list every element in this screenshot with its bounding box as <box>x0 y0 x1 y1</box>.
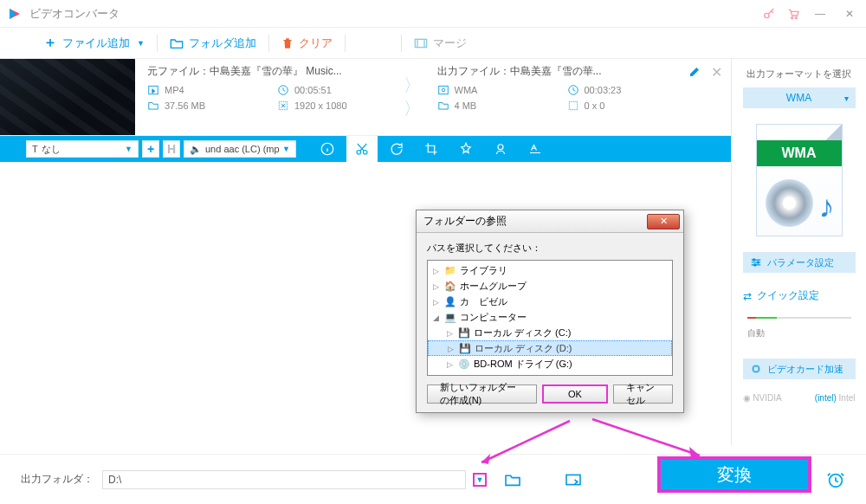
app-title: ビデオコンバータ <box>29 6 120 22</box>
edit-icon[interactable] <box>688 64 702 78</box>
new-folder-button[interactable]: 新しいフォルダーの作成(N) <box>427 384 537 404</box>
alarm-icon[interactable] <box>826 470 845 489</box>
music-note-icon: ♪ <box>819 189 835 225</box>
clock-icon <box>567 84 579 96</box>
dialog-prompt: パスを選択してください： <box>427 242 673 255</box>
media-item: 元ファイル：中島美嘉『雪の華』 Music... MP4 00:05:51 37… <box>0 59 731 136</box>
subtitle-icon[interactable] <box>520 136 551 162</box>
folder-icon <box>437 100 449 112</box>
arrow-right-icon: 〉 <box>404 74 421 97</box>
svg-rect-10 <box>569 101 577 109</box>
tree-item[interactable]: ◢💻コンピューター <box>428 309 672 325</box>
convert-button[interactable]: 変換 <box>658 457 811 492</box>
gpu-vendors: ◉ NVIDIA (intel) Intel <box>743 393 856 403</box>
add-folder-button[interactable]: フォルダ追加 <box>170 36 256 51</box>
output-title: 出力ファイル：中島美嘉『雪の華... <box>437 64 677 79</box>
plus-icon: ＋ <box>43 34 57 52</box>
tree-item[interactable]: ▷👤カ ビゼル <box>428 294 672 309</box>
tree-item[interactable]: ▷💿BD-ROM ドライブ (G:) <box>428 356 672 372</box>
disc-icon <box>766 179 813 227</box>
add-file-button[interactable]: ＋ ファイル追加▼ <box>43 34 145 52</box>
quick-settings-label: ⇄クイック設定 <box>743 288 856 303</box>
clock-icon <box>277 84 289 96</box>
chip-icon <box>750 364 762 374</box>
params-button[interactable]: パラメータ設定 <box>743 252 856 273</box>
merge-button[interactable]: マージ <box>414 36 467 51</box>
key-icon[interactable] <box>762 7 776 21</box>
minimize-button[interactable]: — <box>811 4 830 23</box>
format-select-label: 出力フォーマットを選択 <box>746 68 851 81</box>
clear-button[interactable]: クリア <box>281 36 333 51</box>
edit-toolbar: Tなし▼ + H 🔈und aac (LC) (mp▼ <box>0 136 731 162</box>
svg-point-0 <box>765 13 769 17</box>
resolution-icon <box>567 100 579 112</box>
cart-icon[interactable] <box>786 7 800 21</box>
svg-rect-18 <box>753 366 759 372</box>
ok-button[interactable]: OK <box>542 384 608 404</box>
folder-icon <box>147 100 159 112</box>
tree-item[interactable]: ▷📁ライブラリ <box>428 262 672 278</box>
tree-item[interactable]: ▷🏠ホームグループ <box>428 278 672 294</box>
svg-rect-19 <box>566 475 580 484</box>
tree-item-selected[interactable]: ▷💾ローカル ディスク (D:) <box>428 340 672 356</box>
format-preview[interactable]: WMA ♪ <box>756 124 843 236</box>
remove-item-icon[interactable]: ✕ <box>711 64 722 81</box>
cancel-button[interactable]: キャンセル <box>613 384 673 404</box>
watermark-icon[interactable] <box>485 136 516 162</box>
format-icon <box>147 84 159 96</box>
subtitle-select[interactable]: Tなし▼ <box>26 140 139 158</box>
app-logo-icon <box>7 6 23 22</box>
svg-point-16 <box>757 262 759 263</box>
sliders-icon <box>750 257 762 268</box>
crop-icon[interactable] <box>416 136 447 162</box>
audio-format-icon <box>437 84 449 96</box>
gpu-accel-button[interactable]: ビデオカード加速 <box>743 359 856 379</box>
hardcode-button[interactable]: H <box>163 140 180 158</box>
output-path-field[interactable]: D:\ <box>102 470 466 489</box>
cut-icon[interactable] <box>346 136 378 162</box>
folder-icon <box>170 37 184 49</box>
effect-icon[interactable] <box>450 136 481 162</box>
tree-item[interactable]: ▷💾ローカル ディスク (C:) <box>428 325 672 340</box>
svg-point-17 <box>753 264 755 266</box>
svg-point-2 <box>795 16 797 18</box>
folder-tree[interactable]: ▷📁ライブラリ ▷🏠ホームグループ ▷👤カ ビゼル ◢💻コンピューター ▷💾ロー… <box>427 260 673 376</box>
arrow-right-icon: 〉 <box>404 97 421 120</box>
dialog-titlebar[interactable]: フォルダーの参照 ✕ <box>417 210 683 233</box>
svg-point-8 <box>442 88 445 92</box>
intel-label: (intel) Intel <box>815 393 856 403</box>
video-thumbnail[interactable] <box>0 59 135 135</box>
auto-label: 自動 <box>747 327 851 339</box>
svg-point-14 <box>498 145 503 150</box>
source-title: 元ファイル：中島美嘉『雪の華』 Music... <box>147 64 387 79</box>
quality-slider[interactable] <box>747 317 851 319</box>
output-folder-label: 出力フォルダ： <box>21 472 94 487</box>
svg-rect-7 <box>438 86 448 94</box>
format-dropdown[interactable]: WMA <box>743 87 856 108</box>
chevron-down-icon: ▼ <box>137 39 145 48</box>
resolution-icon <box>277 100 289 112</box>
dialog-close-button[interactable]: ✕ <box>647 214 680 229</box>
close-button[interactable]: ✕ <box>840 4 859 23</box>
path-dropdown[interactable]: ▼ <box>473 473 487 487</box>
nvidia-label: ◉ NVIDIA <box>743 393 782 403</box>
merge-icon <box>414 37 428 49</box>
svg-point-1 <box>792 16 793 18</box>
folder-browse-dialog: フォルダーの参照 ✕ パスを選択してください： ▷📁ライブラリ ▷🏠ホームグルー… <box>416 210 684 413</box>
browse-icon[interactable] <box>565 473 582 487</box>
open-folder-icon[interactable] <box>504 473 521 487</box>
audio-select[interactable]: 🔈und aac (LC) (mp▼ <box>184 140 296 158</box>
svg-point-15 <box>753 259 754 261</box>
info-icon[interactable] <box>312 136 343 162</box>
trash-icon <box>281 36 294 50</box>
rotate-icon[interactable] <box>381 136 412 162</box>
add-sub-button[interactable]: + <box>142 140 159 158</box>
